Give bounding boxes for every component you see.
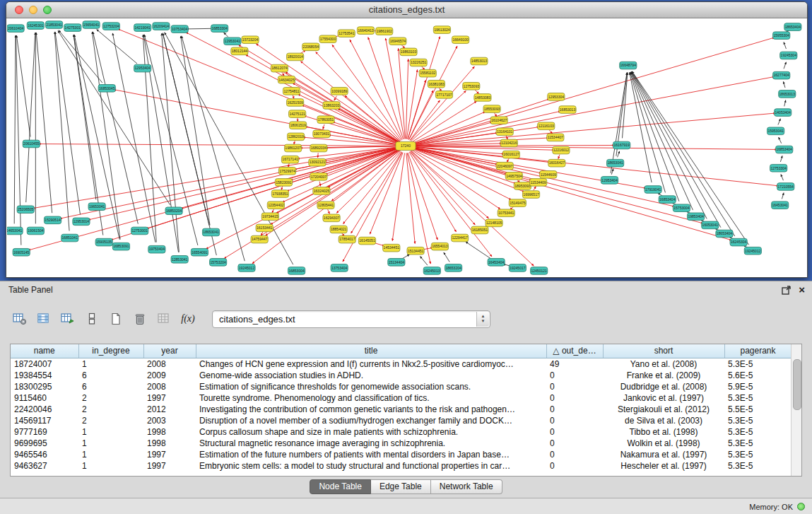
- table-row[interactable]: 1938455462009Genome-wide association stu…: [11, 370, 792, 381]
- graph-node[interactable]: 14759447: [251, 235, 268, 243]
- graph-node[interactable]: 14275301: [64, 24, 81, 32]
- graph-node[interactable]: 16324025: [313, 187, 330, 195]
- graph-node[interactable]: 19863103: [400, 48, 417, 56]
- graph-node[interactable]: 14219041: [134, 24, 151, 32]
- graph-node[interactable]: 14053404: [775, 109, 792, 117]
- graph-node[interactable]: 12853041: [171, 256, 188, 264]
- window-titlebar[interactable]: citations_edges.txt: [6, 2, 807, 18]
- graph-node[interactable]: 19245017: [509, 264, 526, 272]
- tab-network-table[interactable]: Network Table: [431, 479, 502, 494]
- graph-node[interactable]: 12753093: [463, 82, 480, 90]
- graph-node[interactable]: 16245013: [423, 267, 440, 275]
- graph-node[interactable]: 16381083: [428, 80, 445, 88]
- graph-node[interactable]: 18553093: [483, 105, 500, 113]
- graph-node[interactable]: 11534407: [547, 134, 564, 141]
- graph-node[interactable]: 16853404: [776, 146, 793, 153]
- table-row[interactable]: 1872400712008Changes of HCN gene express…: [11, 358, 792, 370]
- graph-node[interactable]: 17919041: [645, 186, 661, 194]
- graph-node[interactable]: 12450121: [531, 267, 548, 275]
- table-row[interactable]: 911546021997Tourette syndrome. Phenomeno…: [11, 392, 792, 404]
- graph-node[interactable]: 15134451: [407, 247, 424, 255]
- graph-node[interactable]: 16853091: [112, 243, 129, 250]
- graph-node[interactable]: 25206505: [17, 206, 34, 214]
- graph-node[interactable]: 17854017: [339, 235, 355, 243]
- graph-node[interactable]: 16053041: [702, 221, 719, 229]
- table-row[interactable]: 977716911998Corpus callosum shape and si…: [11, 426, 792, 438]
- graph-node[interactable]: 17210554: [777, 183, 794, 191]
- tab-edge-table[interactable]: Edge Table: [371, 479, 431, 494]
- close-panel-icon[interactable]: ×: [799, 284, 805, 296]
- network-view-canvas[interactable]: 1724018612074146340251275481116251509142…: [7, 18, 806, 276]
- graph-node[interactable]: 19613024: [433, 26, 450, 34]
- graph-node[interactable]: 18653041: [202, 228, 219, 236]
- graph-node[interactable]: 18012144: [231, 47, 248, 55]
- graph-node[interactable]: 16153441: [256, 224, 273, 232]
- graph-node[interactable]: 18653013: [779, 90, 796, 98]
- graph-node[interactable]: 20610455: [23, 140, 40, 148]
- graph-node[interactable]: 16648794: [620, 62, 637, 69]
- graph-node[interactable]: 17529974: [278, 167, 295, 175]
- graph-node[interactable]: 12116103: [538, 122, 555, 130]
- graph-node[interactable]: 16167919: [613, 141, 630, 149]
- graph-node[interactable]: 15134404: [388, 259, 405, 267]
- graph-node[interactable]: 19245012: [744, 247, 761, 255]
- graph-node[interactable]: 19073431: [313, 130, 330, 138]
- graph-node[interactable]: 16251509: [286, 99, 303, 107]
- function-icon[interactable]: f(x): [178, 309, 198, 329]
- graph-node[interactable]: 15753004: [673, 204, 690, 212]
- graph-node[interactable]: 17717107: [435, 91, 452, 99]
- graph-node[interactable]: 12753001: [131, 227, 148, 235]
- graph-node[interactable]: 12862019: [288, 133, 305, 141]
- new-file-icon[interactable]: [106, 309, 126, 329]
- trash-icon[interactable]: [130, 309, 150, 329]
- table-row[interactable]: 2242004622012Investigating the contribut…: [11, 404, 792, 415]
- graph-node[interactable]: 18653404: [784, 23, 801, 31]
- graph-node[interactable]: 12753541: [338, 30, 355, 37]
- table-row[interactable]: 946554611997Estimation of the future num…: [11, 449, 792, 460]
- graph-node[interactable]: 22068054: [302, 43, 319, 51]
- graph-node[interactable]: 18061519: [290, 122, 307, 129]
- graph-node[interactable]: 19853404: [688, 213, 705, 221]
- graph-node[interactable]: 16554013: [431, 243, 448, 250]
- graph-node[interactable]: 12953014: [73, 218, 90, 226]
- table-selector-combo[interactable]: citations_edges.txt ▲ ▼: [212, 310, 490, 328]
- graph-node[interactable]: 16853013: [559, 106, 576, 114]
- graph-node[interactable]: 15953041: [767, 127, 784, 135]
- graph-node[interactable]: 12753304: [770, 164, 787, 172]
- graph-node[interactable]: 15581102: [419, 69, 436, 77]
- graph-node[interactable]: 14957504: [505, 173, 522, 180]
- graph-node[interactable]: 17554300: [319, 35, 336, 43]
- graph-node[interactable]: 16185051: [471, 226, 488, 234]
- float-panel-icon[interactable]: [782, 286, 792, 295]
- graph-node[interactable]: 17863051: [317, 116, 334, 124]
- graph-node[interactable]: 16016427: [548, 159, 565, 167]
- table-columns-icon[interactable]: [34, 309, 54, 329]
- graph-node[interactable]: 14534451: [383, 244, 400, 252]
- graph-node[interactable]: 13753404: [331, 264, 348, 272]
- graph-node[interactable]: 21853041: [45, 21, 62, 29]
- graph-node[interactable]: 16145051: [358, 237, 375, 245]
- column-header-2[interactable]: year: [143, 344, 196, 358]
- table-edit-icon[interactable]: [58, 309, 78, 329]
- graph-node[interactable]: 18920014: [286, 53, 303, 61]
- graph-node[interactable]: 14653041: [7, 227, 23, 235]
- graph-node[interactable]: 18653041: [607, 159, 624, 167]
- graph-node[interactable]: 15823091: [275, 179, 292, 187]
- graph-node[interactable]: 19734415: [261, 213, 278, 221]
- graph-node[interactable]: 19861207: [284, 144, 301, 152]
- vertical-scrollbar[interactable]: [791, 344, 801, 476]
- graph-node[interactable]: 16245304: [730, 238, 747, 246]
- graph-node[interactable]: 14634025: [278, 76, 295, 83]
- graph-node[interactable]: 11544609: [540, 171, 557, 179]
- column-header-4[interactable]: △ out_de…: [546, 344, 603, 358]
- column-header-5[interactable]: short: [603, 344, 724, 358]
- import-table-icon[interactable]: [154, 309, 174, 329]
- table-row[interactable]: 969969511998Structural magnetic resonanc…: [11, 438, 792, 449]
- graph-node[interactable]: 10753441: [498, 209, 514, 217]
- table-row[interactable]: 946362711997Embryonic stem cells: a mode…: [11, 460, 792, 472]
- graph-node[interactable]: 19653041: [88, 203, 105, 211]
- graph-node[interactable]: 16905145: [13, 248, 30, 256]
- graph-node[interactable]: 17938351: [271, 190, 288, 198]
- graph-node[interactable]: 15723204: [242, 36, 259, 44]
- table-settings-icon[interactable]: [10, 309, 30, 329]
